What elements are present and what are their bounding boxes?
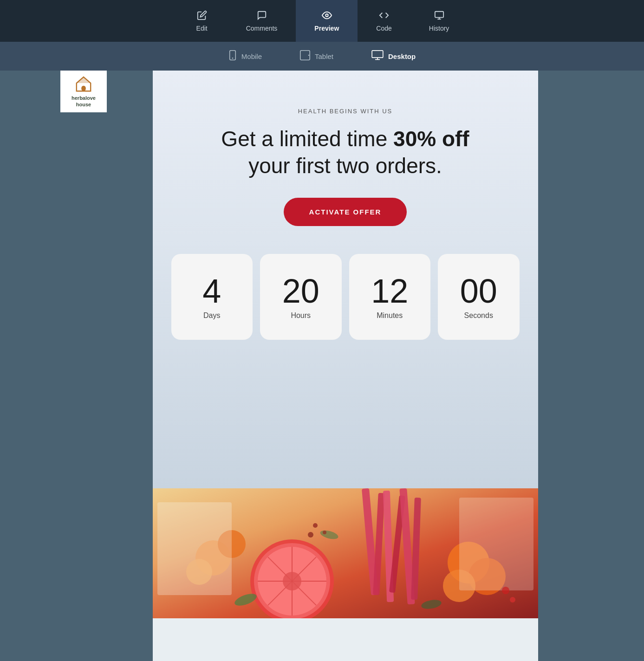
desktop-label: Desktop (388, 52, 416, 60)
email-content: HEALTH BEGINS WITH US Get a limited time… (153, 71, 538, 488)
svg-rect-13 (81, 86, 86, 91)
activate-offer-button[interactable]: ACTIVATE OFFER (284, 198, 407, 226)
countdown-minutes-card: 12 Minutes (349, 254, 431, 340)
comments-button[interactable]: Comments (228, 0, 296, 42)
countdown-days-card: 4 Days (171, 254, 253, 340)
email-preview: HEALTH BEGINS WITH US Get a limited time… (153, 71, 538, 661)
mobile-label: Mobile (241, 52, 262, 60)
preview-button[interactable]: Preview (296, 0, 358, 42)
edit-icon (197, 10, 207, 22)
svg-rect-38 (157, 502, 232, 595)
comments-label: Comments (246, 25, 278, 32)
countdown-hours-card: 20 Hours (260, 254, 342, 340)
svg-point-44 (510, 597, 515, 603)
headline-end: your first two orders. (248, 154, 442, 178)
mobile-icon (228, 50, 237, 63)
countdown-grid: 4 Days 20 Hours 12 Minutes 00 Seconds (171, 254, 520, 340)
countdown-minutes-label: Minutes (377, 311, 403, 320)
headline-bold: 30% off (393, 127, 469, 151)
svg-point-40 (313, 523, 318, 528)
food-decoration (153, 488, 538, 618)
comments-icon (257, 10, 267, 22)
canvas-area: herbalovehouse HEALTH BEGINS WITH US Get… (0, 71, 644, 661)
logo-icon (75, 75, 92, 93)
history-button[interactable]: History (410, 0, 468, 42)
countdown-seconds-card: 00 Seconds (438, 254, 520, 340)
svg-point-22 (283, 572, 301, 590)
countdown-seconds-value: 00 (460, 274, 497, 308)
countdown-seconds-label: Seconds (464, 311, 493, 320)
edit-button[interactable]: Edit (176, 0, 228, 42)
preview-icon (322, 10, 332, 22)
countdown-hours-value: 20 (282, 274, 319, 308)
logo-text: herbalovehouse (72, 95, 96, 108)
svg-rect-8 (372, 50, 383, 57)
tablet-label: Tablet (315, 52, 333, 60)
logo-sidebar: herbalovehouse (60, 71, 107, 112)
countdown-days-value: 4 (202, 274, 221, 308)
svg-marker-12 (77, 77, 91, 83)
mobile-device-option[interactable]: Mobile (221, 46, 269, 66)
code-label: Code (376, 25, 391, 32)
history-label: History (429, 25, 449, 32)
countdown-days-label: Days (203, 311, 220, 320)
desktop-device-option[interactable]: Desktop (364, 46, 423, 66)
svg-rect-1 (435, 11, 443, 17)
tablet-icon (300, 50, 310, 63)
svg-point-0 (325, 14, 328, 17)
countdown-minutes-value: 12 (371, 274, 408, 308)
svg-point-41 (323, 531, 326, 534)
food-svg (153, 488, 538, 618)
svg-point-43 (502, 587, 509, 594)
headline-normal: Get a limited time (221, 127, 393, 151)
device-bar: Mobile Tablet Desktop (0, 42, 644, 71)
countdown-hours-label: Hours (291, 311, 311, 320)
code-button[interactable]: Code (358, 0, 410, 42)
email-headline: Get a limited time 30% off your first tw… (171, 126, 520, 179)
svg-point-42 (308, 532, 313, 538)
tablet-device-option[interactable]: Tablet (293, 46, 341, 66)
edit-label: Edit (196, 25, 208, 32)
history-icon (434, 10, 444, 22)
desktop-icon (371, 50, 384, 63)
code-icon (379, 10, 389, 22)
toolbar: Edit Comments Preview Code (0, 0, 644, 42)
food-image-area (153, 488, 538, 618)
svg-rect-39 (459, 498, 533, 590)
preview-label: Preview (314, 25, 339, 32)
email-tagline: HEALTH BEGINS WITH US (171, 108, 520, 115)
